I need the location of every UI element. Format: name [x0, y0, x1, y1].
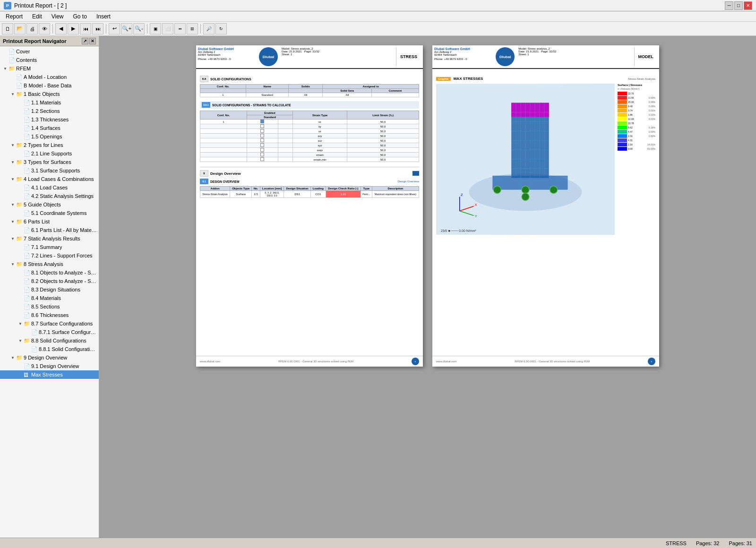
- tree-item-8-6[interactable]: 📄 8.6 Thicknesses: [0, 311, 99, 319]
- tree-item-2[interactable]: ▼ 📁 2 Types for Lines: [0, 141, 99, 149]
- tree-item-1-5[interactable]: 📄 1.5 Openings: [0, 132, 99, 141]
- maximize-button[interactable]: □: [734, 1, 743, 10]
- two-pages-button[interactable]: ▪▪: [174, 23, 186, 34]
- th-type: Type: [361, 187, 372, 191]
- open-button[interactable]: 📂: [14, 23, 26, 34]
- fit-page-button[interactable]: ▣: [150, 23, 161, 34]
- minimize-button[interactable]: ─: [725, 1, 733, 10]
- toggle-9[interactable]: ▼: [9, 354, 16, 361]
- f1: [200, 138, 247, 143]
- toggle-2[interactable]: ▼: [9, 142, 16, 148]
- col-empty3: [289, 89, 323, 93]
- icon-1-1: 📄: [24, 100, 31, 106]
- toggle-5[interactable]: ▼: [9, 201, 16, 208]
- toggle-rfem[interactable]: ▼: [2, 65, 9, 72]
- tree-item-6[interactable]: ▼ 📁 6 Parts List: [0, 217, 99, 226]
- legend-pct-4: 0.00%: [649, 105, 655, 108]
- tree-item-7[interactable]: ▼ 📁 7 Static Analysis Results: [0, 234, 99, 243]
- tree-item-6-1[interactable]: 📄 6.1 Parts List - All by Material: [0, 226, 99, 234]
- cell-all1: All: [289, 93, 323, 97]
- refresh-button[interactable]: ↻: [215, 23, 227, 34]
- tree-item-8-5[interactable]: 📄 8.5 Sections: [0, 302, 99, 311]
- tree-item-5-1[interactable]: 📄 5.1 Coordinate Systems: [0, 209, 99, 217]
- tree-item-1-basic[interactable]: ▼ 📁 1 Basic Objects: [0, 90, 99, 98]
- tree-item-7-1[interactable]: 📄 7.1 Summary: [0, 243, 99, 251]
- toggle-4[interactable]: ▼: [9, 176, 16, 182]
- toggle-8-8[interactable]: ▼: [17, 337, 24, 344]
- icon-8-8-1: 📄: [31, 346, 39, 352]
- tree-item-7-2[interactable]: 📄 7.2 Lines - Support Forces: [0, 251, 99, 260]
- navigator-header: Printout Report Navigator ↗ ✕: [0, 36, 99, 46]
- stress-badge: Graphic: [436, 77, 451, 81]
- fit-width-button[interactable]: ⬜: [162, 23, 173, 34]
- tree-item-4[interactable]: ▼ 📁 4 Load Cases & Combinations: [0, 175, 99, 183]
- tree-item-9-1[interactable]: 📄 9.1 Design Overview: [0, 362, 99, 370]
- tree-item-8-2[interactable]: 📄 8.2 Objects to Analyze - Stress R...: [0, 277, 99, 285]
- tree-item-9[interactable]: ▼ 📁 9 Design Overview: [0, 353, 99, 362]
- toggle-1[interactable]: ▼: [9, 91, 16, 97]
- col-name: Name: [246, 85, 288, 89]
- toggle-8[interactable]: ▼: [9, 261, 16, 267]
- tree-item-8-3[interactable]: 📄 8.3 Design Situations: [0, 285, 99, 294]
- menu-edit[interactable]: Edit: [28, 12, 46, 21]
- rotate-button[interactable]: ↩: [109, 23, 120, 34]
- first-button[interactable]: ⏮: [80, 23, 91, 34]
- menu-insert[interactable]: Insert: [93, 12, 114, 21]
- toggle-b: [9, 82, 16, 89]
- tree-item-b-model[interactable]: 📄 B Model - Base Data: [0, 81, 99, 90]
- toggle-6[interactable]: ▼: [9, 218, 16, 225]
- label-9-1: 9.1 Design Overview: [31, 363, 79, 369]
- find-button[interactable]: 🔎: [203, 23, 215, 34]
- tree-item-8-4[interactable]: 📄 8.4 Materials: [0, 294, 99, 302]
- toggle-8-7[interactable]: ▼: [17, 320, 24, 327]
- print-button[interactable]: 🖨: [26, 23, 38, 34]
- legend-color-1: [618, 92, 627, 95]
- zoom-in-button[interactable]: 🔍+: [121, 23, 132, 34]
- legend-color-4: [618, 104, 627, 108]
- toggle-3[interactable]: ▼: [9, 159, 16, 165]
- tree-item-contents[interactable]: 📄 Contents: [0, 56, 99, 64]
- tree-item-8-8-1[interactable]: 📄 8.8.1 Solid Configurations - S...: [0, 345, 99, 353]
- g4: εyz: [292, 143, 347, 148]
- tree-item-9-ms[interactable]: 🖼 Max Stresses: [0, 370, 99, 379]
- tree-item-rfem[interactable]: ▼ 📁 RFEM: [0, 64, 99, 73]
- toggle-7-1: [17, 244, 24, 250]
- new-button[interactable]: 🗋: [2, 23, 13, 34]
- tree-item-1-4[interactable]: 📄 1.4 Surfaces: [0, 124, 99, 132]
- nav-float-button[interactable]: ↗: [82, 38, 88, 44]
- toggle-7[interactable]: ▼: [9, 235, 16, 242]
- tree-item-cover[interactable]: 📄 Cover: [0, 47, 99, 56]
- forward-button[interactable]: ▶: [68, 23, 79, 34]
- tree-item-8-1[interactable]: 📄 8.1 Objects to Analyze - Stresses: [0, 268, 99, 277]
- tree-item-2-1[interactable]: 📄 2.1 Line Supports: [0, 149, 99, 158]
- zoom-out-button[interactable]: 🔍-: [133, 23, 145, 34]
- tree-item-8-7-1[interactable]: 📄 8.7.1 Surface Configurations...: [0, 328, 99, 336]
- close-button[interactable]: ✕: [744, 1, 752, 10]
- tree-item-1-2[interactable]: 📄 1.2 Sections: [0, 107, 99, 115]
- menu-goto[interactable]: Go to: [69, 12, 91, 21]
- tree-item-8[interactable]: ▼ 📁 8 Stress Analysis: [0, 260, 99, 268]
- multi-pages-button[interactable]: ⊞: [187, 23, 198, 34]
- tree-item-3[interactable]: ▼ 📁 3 Types for Surfaces: [0, 158, 99, 166]
- tree-item-4-1[interactable]: 📄 4.1 Load Cases: [0, 183, 99, 192]
- tree-item-a-model[interactable]: 📄 A Model - Location: [0, 73, 99, 81]
- tree-item-4-2[interactable]: 📄 4.2 Static Analysis Settings: [0, 192, 99, 200]
- tree-item-8-8[interactable]: ▼ 📁 8.8 Solid Configurations: [0, 336, 99, 345]
- icon-7-1: 📄: [24, 244, 31, 250]
- back-button[interactable]: ◀: [55, 23, 67, 34]
- legend-color-3: [618, 100, 627, 104]
- tree-item-1-3[interactable]: 📄 1.3 Thicknesses: [0, 115, 99, 124]
- last-button[interactable]: ⏭: [92, 23, 103, 34]
- nav-close-button[interactable]: ✕: [89, 38, 96, 44]
- print-preview-button[interactable]: 👁: [39, 23, 50, 34]
- th-strain-type: Strain Type: [292, 111, 347, 120]
- menu-report[interactable]: Report: [2, 12, 26, 21]
- tree-item-5[interactable]: ▼ 📁 5 Guide Objects: [0, 200, 99, 209]
- menu-view[interactable]: View: [48, 12, 68, 21]
- legend-color-9: [618, 126, 627, 129]
- toggle-4-2: [17, 193, 24, 199]
- design-overview-table: Addon Objects Type No. Location [mm] Des…: [200, 186, 419, 198]
- tree-item-8-7[interactable]: ▼ 📁 8.7 Surface Configurations: [0, 319, 99, 328]
- tree-item-3-1[interactable]: 📄 3.1 Surface Supports: [0, 166, 99, 175]
- tree-item-1-1[interactable]: 📄 1.1 Materials: [0, 98, 99, 107]
